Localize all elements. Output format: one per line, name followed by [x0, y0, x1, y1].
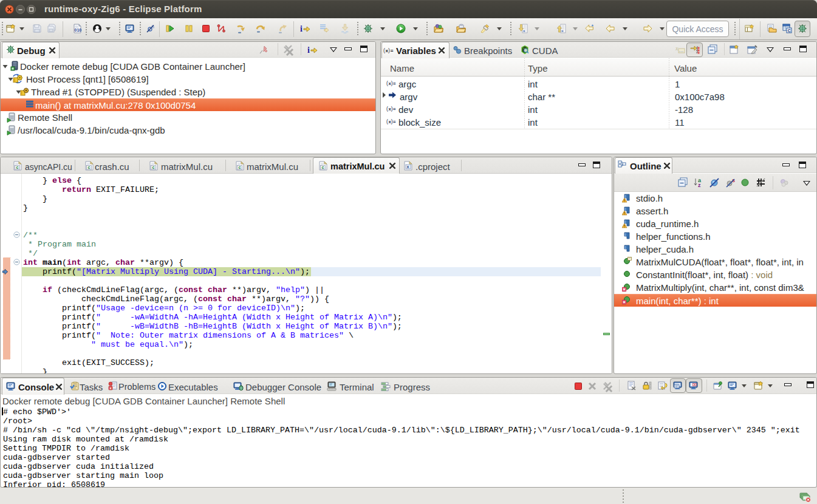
svg-text:): ) — [388, 47, 390, 53]
svg-text:x: x — [407, 165, 409, 169]
svg-text:(: ( — [386, 118, 388, 124]
svg-text:=: = — [393, 119, 396, 124]
svg-text:=: = — [393, 106, 396, 112]
svg-text:=: = — [393, 81, 396, 86]
svg-text:010: 010 — [75, 28, 82, 32]
svg-text:i: i — [300, 24, 303, 33]
svg-text:i: i — [307, 46, 310, 55]
svg-text:(: ( — [386, 106, 388, 112]
svg-text:(: ( — [383, 47, 385, 53]
svg-text:x: x — [675, 45, 679, 52]
svg-text:(: ( — [386, 80, 388, 86]
svg-text:=: = — [391, 48, 394, 53]
svg-text:z: z — [698, 182, 701, 188]
svg-text:C: C — [788, 29, 791, 33]
